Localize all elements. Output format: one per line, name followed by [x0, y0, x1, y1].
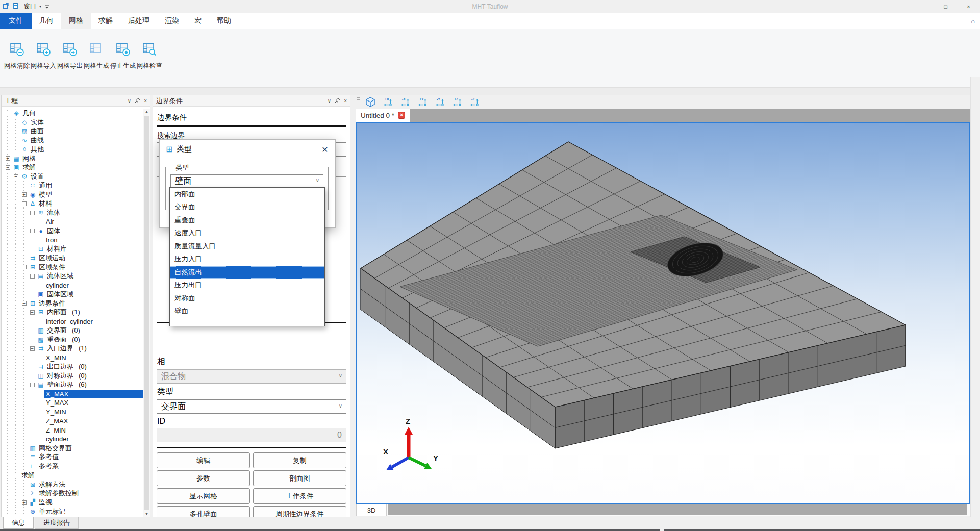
tree-item-参考值[interactable]: ≣参考值 — [2, 453, 143, 462]
window-menu-caret-icon[interactable]: ▾ — [39, 4, 41, 9]
tree-item-出口边界[interactable]: ⇉出口边界(0) — [2, 362, 143, 371]
bc-button-复制[interactable]: 复制 — [253, 452, 346, 468]
bc-button-剖面图[interactable]: 剖面图 — [253, 470, 346, 486]
tab-close-icon[interactable]: × — [398, 112, 405, 119]
tree-item-材料库[interactable]: ⊡材料库 — [2, 244, 143, 254]
close-button[interactable]: × — [957, 0, 980, 13]
viewport-tab[interactable]: Untitled 0 * × — [356, 109, 410, 122]
tree-item-实体[interactable]: ◇实体 — [2, 118, 143, 127]
mesh-3d-scene[interactable]: ZXY — [357, 123, 969, 503]
scroll-up-icon[interactable]: ▲ — [143, 110, 150, 113]
tree-item-网格[interactable]: +▦网格 — [2, 154, 143, 163]
horizontal-scrollbar[interactable] — [388, 504, 967, 515]
dropdown-option-自然流出[interactable]: 自然流出 — [170, 266, 324, 279]
project-tree-scrollbar[interactable]: ▲ ▼ — [143, 109, 150, 517]
dropdown-option-重叠面[interactable]: 重叠面 — [170, 214, 324, 227]
dropdown-option-质量流量入口[interactable]: 质量流量入口 — [170, 240, 324, 253]
minimize-button[interactable]: ─ — [911, 0, 934, 13]
bc-button-编辑[interactable]: 编辑 — [157, 452, 250, 468]
type-combobox[interactable]: 交界面∨ — [157, 399, 346, 414]
tree-item-区域条件[interactable]: −⊞区域条件 — [2, 263, 143, 272]
quick-access-restore-icon[interactable] — [3, 2, 9, 11]
tree-item-入口边界[interactable]: −⇉入口边界(1) — [2, 344, 143, 353]
tree-item-网格交界面[interactable]: ▥网格交界面 — [2, 444, 143, 453]
home-icon[interactable]: ⌂ — [968, 13, 978, 29]
tree-item-X_MIN[interactable]: X_MIN — [2, 353, 143, 362]
bottom-tab-进度报告[interactable]: 进度报告 — [35, 517, 79, 529]
view--Z-button[interactable]: -Z — [467, 96, 482, 108]
tree-expander-plus-icon[interactable]: + — [22, 192, 27, 197]
dropdown-option-压力出口[interactable]: 压力出口 — [170, 279, 324, 292]
tree-item-求解方法[interactable]: ⊠求解方法 — [2, 480, 143, 489]
menu-item-宏[interactable]: 宏 — [187, 13, 209, 29]
tree-item-Iron[interactable]: Iron — [2, 236, 143, 245]
panel-pin-icon[interactable] — [335, 97, 340, 104]
dropdown-option-内部面[interactable]: 内部面 — [170, 188, 324, 201]
phase-combobox[interactable]: 混合物∨ — [157, 369, 346, 384]
ribbon-button-网格导出[interactable]: 网格导出 — [57, 41, 83, 70]
tree-item-固体[interactable]: −●固体 — [2, 226, 143, 236]
tree-item-设置[interactable]: −⚙设置 — [2, 172, 143, 181]
tree-expander-minus-icon[interactable]: − — [22, 265, 27, 269]
maximize-button[interactable]: □ — [934, 0, 957, 13]
view--Y-button[interactable]: -Y — [432, 96, 447, 108]
customize-toolbar-icon[interactable] — [44, 2, 49, 11]
tree-item-Air[interactable]: Air — [2, 217, 143, 226]
tree-item-重叠面[interactable]: ▩重叠面(0) — [2, 335, 143, 344]
tree-item-内部面[interactable]: −⊞内部面(1) — [2, 308, 143, 317]
menu-item-文件[interactable]: 文件 — [0, 13, 32, 29]
tree-item-求解[interactable]: −求解 — [2, 471, 143, 480]
view-+Y-button[interactable]: +Y — [415, 96, 430, 108]
tree-item-流体[interactable]: −≋流体 — [2, 208, 143, 217]
menu-item-几何[interactable]: 几何 — [32, 13, 61, 29]
menu-item-渲染[interactable]: 渲染 — [157, 13, 187, 29]
tree-expander-minus-icon[interactable]: − — [30, 211, 35, 215]
dialog-close-icon[interactable]: × — [321, 144, 329, 155]
tree-item-求解参数控制[interactable]: Σ求解参数控制 — [2, 489, 143, 498]
tree-expander-plus-icon[interactable]: + — [6, 156, 10, 161]
tree-expander-plus-icon[interactable]: + — [22, 500, 27, 505]
tree-item-对称边界[interactable]: ◫对称边界(0) — [2, 371, 143, 381]
tree-item-几何[interactable]: −◈几何 — [2, 109, 143, 118]
dropdown-option-压力入口[interactable]: 压力入口 — [170, 253, 324, 266]
tree-item-Z_MIN[interactable]: Z_MIN — [2, 425, 143, 435]
tree-expander-minus-icon[interactable]: − — [22, 201, 27, 206]
dropdown-option-壁面[interactable]: 壁面 — [170, 305, 324, 318]
tree-item-cylinder[interactable]: cylinder — [2, 281, 143, 290]
tree-expander-minus-icon[interactable]: − — [30, 310, 35, 315]
bc-button-工作条件[interactable]: 工作条件 — [253, 488, 346, 504]
type-select-combobox[interactable]: 壁面∨ — [170, 174, 323, 188]
tree-expander-minus-icon[interactable]: − — [22, 301, 27, 306]
tree-expander-minus-icon[interactable]: − — [14, 174, 18, 179]
tree-item-X_MAX[interactable]: X_MAX — [2, 389, 143, 398]
panel-collapse-icon[interactable]: ∨ — [328, 98, 331, 104]
panel-collapse-icon[interactable]: ∨ — [128, 98, 131, 104]
dropdown-option-对称面[interactable]: 对称面 — [170, 292, 324, 305]
tree-item-cylinder[interactable]: cylinder — [2, 435, 143, 444]
scrollbar-thumb[interactable] — [144, 116, 149, 510]
view--X-button[interactable]: -X — [397, 96, 412, 108]
scroll-down-icon[interactable]: ▼ — [143, 512, 150, 516]
tree-item-曲线[interactable]: ∿曲线 — [2, 136, 143, 145]
bc-button-显示网格[interactable]: 显示网格 — [157, 488, 250, 504]
bottom-tab-信息[interactable]: 信息 — [3, 517, 34, 529]
tree-item-单元标记[interactable]: ⊛单元标记 — [2, 507, 143, 516]
tree-item-边界条件[interactable]: −⊞边界条件 — [2, 299, 143, 308]
tree-expander-minus-icon[interactable]: − — [30, 229, 35, 233]
menu-item-求解[interactable]: 求解 — [91, 13, 120, 29]
view-+Z-button[interactable]: +Z — [449, 96, 464, 108]
tree-item-Y_MIN[interactable]: Y_MIN — [2, 408, 143, 417]
dropdown-option-速度入口[interactable]: 速度入口 — [170, 227, 324, 240]
menu-item-网格[interactable]: 网格 — [61, 13, 91, 29]
tree-item-Y_MAX[interactable]: Y_MAX — [2, 398, 143, 408]
tree-item-固体区域[interactable]: ▣固体区域 — [2, 290, 143, 299]
tree-item-Z_MAX[interactable]: Z_MAX — [2, 417, 143, 426]
tree-item-参考系[interactable]: ∟参考系 — [2, 462, 143, 471]
ribbon-button-网格清除[interactable]: 网格清除 — [4, 41, 30, 70]
ribbon-button-网格生成[interactable]: 网格生成 — [83, 41, 110, 70]
dropdown-option-交界面[interactable]: 交界面 — [170, 201, 324, 214]
tree-expander-minus-icon[interactable]: − — [30, 383, 35, 387]
tree-expander-minus-icon[interactable]: − — [6, 111, 10, 115]
view-+X-button[interactable]: +X — [380, 96, 395, 108]
view-3d-tab[interactable]: 3D — [356, 504, 387, 516]
